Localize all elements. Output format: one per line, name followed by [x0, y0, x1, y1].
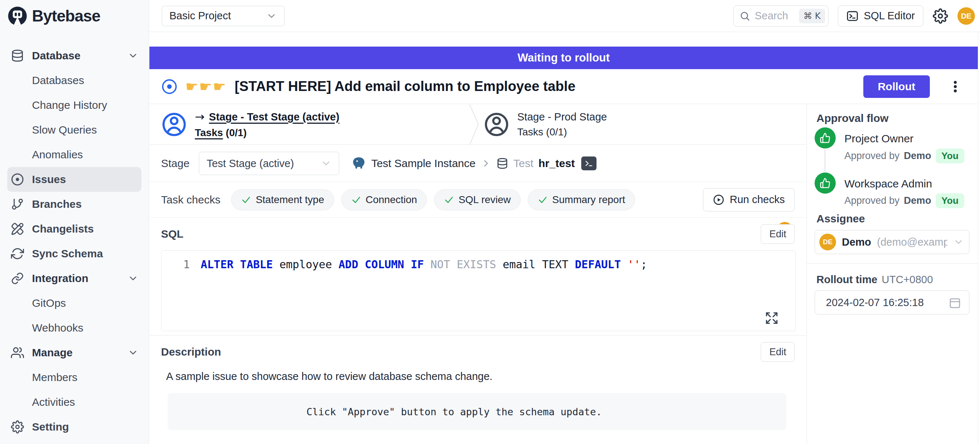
kebab-menu-icon[interactable] — [947, 77, 963, 96]
sql-token: employee — [280, 258, 339, 271]
sidebar-item-label: Setting — [32, 421, 69, 433]
database-breadcrumb: Test Sample Instance Test hr_test — [352, 156, 597, 171]
sidebar-item-label: Branches — [32, 198, 82, 210]
sidebar-item-label: Issues — [32, 173, 66, 185]
search-shortcut-badge: ⌘ K — [799, 9, 825, 23]
sidebar-item-label: Manage — [32, 347, 73, 359]
approval-role: Project Owner — [845, 133, 913, 145]
sql-token: ADD COLUMN IF — [339, 258, 430, 271]
sidebar-item-database[interactable]: Database — [0, 43, 149, 68]
sidebar-item-anomalies[interactable]: Anomalies — [0, 142, 149, 167]
check-summary-report[interactable]: Summary report — [528, 189, 635, 210]
sidebar-item-changelists[interactable]: Changelists — [0, 217, 149, 241]
stage-select-row: Stage Test Stage (active) Test Sample In… — [150, 145, 806, 182]
check-icon — [444, 195, 454, 205]
stage-select[interactable]: Test Stage (active) — [199, 152, 339, 175]
calendar-icon[interactable] — [949, 296, 961, 308]
assignee-avatar: DE — [819, 234, 836, 251]
sidebar-item-manage[interactable]: Manage — [0, 340, 149, 365]
sql-code-editor[interactable]: 1ALTER TABLE employee ADD COLUMN IF NOT … — [161, 251, 796, 331]
sql-token: DEFAULT — [575, 258, 628, 271]
check-icon — [538, 195, 548, 205]
project-select[interactable]: Basic Project — [162, 6, 285, 26]
sidebar-item-label: Integration — [32, 272, 88, 284]
run-checks-button[interactable]: Run checks — [703, 188, 795, 211]
user-circle-icon — [161, 112, 187, 137]
description-edit-button[interactable]: Edit — [761, 342, 795, 362]
check-label: SQL review — [458, 194, 511, 206]
sidebar-item-slow-queries[interactable]: Slow Queries — [0, 118, 149, 142]
sidebar-item-branches[interactable]: Branches — [0, 192, 149, 217]
database-name[interactable]: hr_test — [538, 157, 575, 169]
check-icon — [241, 195, 251, 205]
sidebar-item-label: GitOps — [32, 297, 66, 309]
sidebar-item-members[interactable]: Members — [0, 365, 149, 390]
sql-token: NOT EXISTS — [430, 258, 503, 271]
sidebar-item-label: Slow Queries — [32, 124, 97, 136]
issue-title: [START HERE] Add email column to Employe… — [235, 78, 576, 94]
sidebar-item-databases[interactable]: Databases — [0, 68, 149, 93]
approver-name: Demo — [904, 195, 931, 206]
stage-tab-test[interactable]: → Stage - Test Stage (active) Tasks (0/1… — [161, 104, 339, 144]
git-branch-icon — [11, 198, 24, 211]
sidebar-item-setting[interactable]: Setting — [0, 415, 149, 439]
sidebar-item-issues[interactable]: Issues — [7, 167, 142, 192]
expand-icon[interactable] — [765, 311, 779, 325]
sidebar-item-integration[interactable]: Integration — [0, 266, 149, 291]
bytebase-logo[interactable]: Bytebase — [7, 6, 100, 26]
line-number: 1 — [161, 258, 190, 271]
stage-name: Stage - Prod Stage — [517, 111, 607, 123]
rollout-time-input[interactable]: 2024-02-07 16:25:18 — [815, 291, 969, 315]
check-sql-review[interactable]: SQL review — [434, 189, 520, 210]
sidebar-item-label: Sync Schema — [32, 248, 103, 260]
check-connection[interactable]: Connection — [341, 189, 427, 210]
search-icon — [739, 11, 750, 21]
issue-open-icon — [161, 78, 177, 94]
instance-name[interactable]: Test Sample Instance — [371, 157, 476, 169]
search-input[interactable] — [755, 10, 795, 22]
sidebar-item-change-history[interactable]: Change History — [0, 93, 149, 118]
description-text: A sample issue to showcase how to review… — [166, 371, 493, 382]
approval-flow-heading: Approval flow — [816, 112, 888, 125]
chevron-down-icon — [321, 158, 331, 169]
chevron-down-icon — [127, 347, 138, 358]
sql-editor-button[interactable]: SQL Editor — [838, 5, 923, 27]
check-statement-type[interactable]: Statement type — [231, 189, 334, 210]
stage-name: Stage - Test Stage (active) — [209, 111, 339, 123]
stage-tasks-word: Tasks — [195, 127, 223, 138]
check-label: Summary report — [552, 194, 625, 206]
terminal-icon — [846, 10, 859, 22]
description-heading: Description — [161, 346, 221, 358]
sql-edit-button[interactable]: Edit — [761, 224, 795, 244]
scrollbar-gutter[interactable] — [978, 32, 980, 444]
stage-tab-prod[interactable]: Stage - Prod Stage Tasks (0/1) — [484, 104, 607, 144]
open-in-sql-editor-icon[interactable] — [581, 157, 597, 170]
issue-side-panel: Approval flow Project Owner Approved by … — [807, 104, 978, 444]
approval-role: Workspace Admin — [845, 177, 932, 190]
rollout-button[interactable]: Rollout — [863, 75, 930, 98]
stage-tasks-word: Tasks — [517, 126, 543, 137]
pencil-ruler-icon — [11, 222, 24, 235]
sidebar-item-gitops[interactable]: GitOps — [0, 291, 149, 316]
sidebar-item-label: Webhooks — [32, 322, 83, 334]
task-checks-row: Task checks Statement type Connection SQ… — [150, 182, 806, 218]
play-circle-icon — [713, 194, 724, 206]
run-checks-label: Run checks — [730, 193, 785, 206]
postgres-icon — [352, 156, 366, 171]
panel-divider — [807, 264, 978, 264]
sql-statement-line: 1ALTER TABLE employee ADD COLUMN IF NOT … — [161, 258, 647, 271]
database-icon — [496, 158, 508, 169]
sidebar: Bytebase Database Databases Change Histo… — [0, 0, 149, 444]
gear-icon[interactable] — [933, 8, 948, 24]
brand-name: Bytebase — [32, 7, 100, 25]
assignee-select[interactable]: DE Demo (demo@example — [815, 230, 969, 254]
link-icon — [11, 272, 24, 285]
search-box[interactable]: ⌘ K — [733, 5, 829, 27]
sidebar-item-activities[interactable]: Activities — [0, 390, 149, 415]
sidebar-item-label: Activities — [32, 396, 75, 408]
sidebar-item-webhooks[interactable]: Webhooks — [0, 316, 149, 340]
chevron-down-icon — [127, 273, 138, 284]
users-icon — [11, 346, 24, 359]
user-avatar[interactable]: DE — [958, 7, 975, 25]
sidebar-item-sync-schema[interactable]: Sync Schema — [0, 241, 149, 266]
